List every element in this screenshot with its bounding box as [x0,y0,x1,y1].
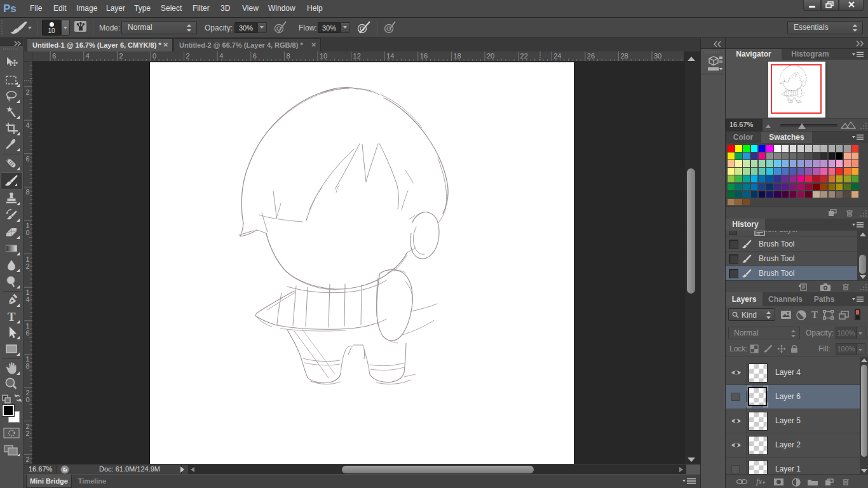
svg-text:2: 2 [186,52,190,60]
svg-text:18: 18 [453,52,461,60]
svg-text:6: 6 [52,52,56,60]
svg-text:22: 22 [520,52,528,60]
svg-text:14: 14 [386,52,394,60]
svg-text:6: 6 [26,155,30,163]
svg-text:0: 0 [26,396,30,403]
svg-text:2: 2 [26,88,30,96]
svg-text:4: 4 [26,295,30,303]
svg-text:24: 24 [553,52,561,60]
svg-text:16: 16 [420,52,428,60]
svg-text:6: 6 [253,52,257,60]
svg-text:6: 6 [26,329,30,337]
svg-text:2: 2 [119,52,123,60]
svg-text:8: 8 [286,52,290,60]
svg-text:4: 4 [219,52,223,60]
svg-text:28: 28 [620,52,628,60]
svg-text:2: 2 [26,430,30,437]
svg-text:10: 10 [320,52,327,60]
svg-text:4: 4 [26,121,30,129]
svg-text:20: 20 [487,52,494,60]
svg-text:8: 8 [26,188,30,196]
svg-text:8: 8 [26,362,30,370]
svg-text:0: 0 [26,229,30,236]
svg-text:12: 12 [353,52,361,60]
svg-text:30: 30 [654,52,661,60]
svg-text:26: 26 [587,52,595,60]
svg-text:0: 0 [153,52,156,60]
svg-text:2: 2 [26,262,30,270]
svg-text:4: 4 [86,52,90,60]
